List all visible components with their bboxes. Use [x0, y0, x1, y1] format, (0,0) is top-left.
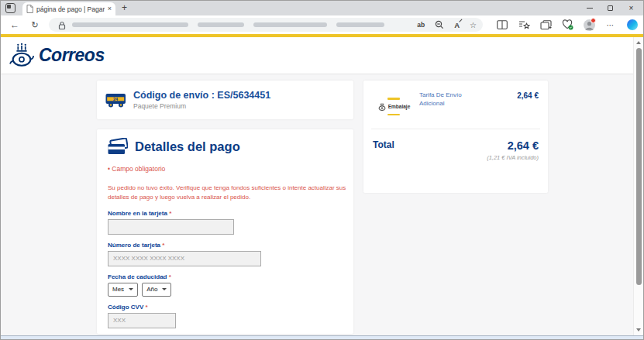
total-label: Total	[373, 139, 394, 150]
expiry-month-select[interactable]: Mes	[108, 283, 138, 297]
tab-actions-icon[interactable]	[5, 3, 15, 13]
close-button[interactable]: ×	[621, 1, 642, 15]
scrollbar-thumb[interactable]	[636, 48, 642, 285]
chevron-down-icon	[129, 288, 133, 290]
minimize-button[interactable]	[579, 1, 600, 15]
window-controls: ×	[579, 1, 642, 15]
url-redacted-segment	[253, 22, 327, 27]
maximize-button[interactable]	[600, 1, 621, 15]
vat-note: (1,21 € IVA incluido)	[487, 154, 539, 161]
payment-section-title: Detalles del pago	[135, 139, 240, 154]
required-bullet: •	[108, 165, 110, 173]
more-menu-icon[interactable]: ⋯	[604, 19, 617, 31]
url-redacted-segment	[72, 22, 188, 27]
split-screen-icon[interactable]	[496, 19, 508, 31]
browser-tab[interactable]: página de pago | Pagar con Tarje ×	[22, 2, 115, 15]
refresh-button[interactable]: ↻	[27, 15, 43, 34]
browser-window: página de pago | Pagar con Tarje × + × ←…	[0, 0, 644, 340]
item-thumbnail: Embalaje	[373, 95, 415, 118]
total-value: 2,64 €	[487, 139, 539, 152]
required-asterisk: *	[162, 242, 164, 249]
scroll-down-arrow[interactable]	[634, 325, 643, 335]
payment-details-card: Detalles del pago • Campo obligatorio Su…	[97, 129, 353, 334]
cvv-label: Código CVV *	[108, 304, 343, 311]
required-asterisk: *	[169, 210, 171, 217]
required-field-note: • Campo obligatorio	[108, 165, 343, 173]
tab-close-icon[interactable]: ×	[108, 5, 112, 12]
page-content: Correos 24 Código de envío : ES/5634451 …	[1, 37, 643, 335]
favorites-icon[interactable]	[518, 19, 530, 31]
favorite-star-icon[interactable]: ☆	[470, 21, 477, 29]
card-name-input[interactable]	[108, 219, 234, 235]
card-number-label: Número de tarjeta *	[108, 242, 343, 249]
zoom-out-icon[interactable]	[435, 20, 444, 29]
new-tab-button[interactable]: +	[122, 2, 127, 13]
delivery-truck-icon: 24	[105, 91, 126, 108]
site-header: Correos	[1, 37, 643, 74]
brand-logo[interactable]: Correos	[39, 45, 105, 66]
packaging-accent-dash	[387, 98, 400, 100]
card-name-label: Nombre en la tarjeta *	[108, 210, 343, 217]
translate-icon[interactable]: ab	[417, 21, 425, 29]
address-bar[interactable]: ab A ☆	[49, 18, 483, 32]
url-redacted-segment	[198, 22, 244, 27]
item-image-label: Embalaje	[388, 104, 411, 109]
window-bottom-edge	[1, 335, 643, 339]
chevron-down-icon	[162, 288, 167, 290]
browser-toolbar: ← ↻ ab A ☆ ⋯	[1, 15, 643, 34]
expiry-year-select[interactable]: Año	[142, 283, 171, 297]
summary-total-row: Total 2,64 € (1,21 € IVA incluido)	[363, 129, 548, 161]
back-button[interactable]: ←	[7, 15, 22, 34]
correos-emblem-icon	[9, 43, 35, 69]
required-asterisk: *	[145, 304, 147, 311]
page-favicon-icon	[26, 5, 33, 13]
card-number-input[interactable]	[108, 251, 261, 266]
item-price: 2,64 €	[517, 91, 539, 100]
shipping-code-title: Código de envío : ES/5634451	[133, 90, 270, 101]
item-name: Tarifa De Envío Adicional	[419, 91, 475, 108]
page-scrollbar[interactable]	[633, 37, 643, 335]
order-summary-card: Embalaje Tarifa De Envío Adicional 2,64 …	[363, 81, 548, 193]
copilot-icon[interactable]	[626, 19, 639, 31]
maximize-icon	[608, 5, 613, 11]
payment-error-message: Su pedido no tuvo éxito. Verifique que t…	[108, 184, 350, 203]
correos-emblem-icon	[377, 102, 387, 112]
browser-essentials-icon[interactable]	[561, 19, 573, 31]
collections-icon[interactable]	[539, 19, 552, 31]
url-redacted-segment	[336, 22, 384, 27]
packaging-accent-dash	[387, 114, 400, 116]
profile-avatar[interactable]	[583, 19, 595, 31]
shipping-code-card: 24 Código de envío : ES/5634451 Paquete …	[97, 81, 353, 119]
tab-title: página de pago | Pagar con Tarje	[36, 5, 105, 13]
address-bar-icons: ab A ☆	[417, 18, 477, 32]
cvv-input[interactable]	[108, 313, 176, 328]
svg-text:24: 24	[113, 97, 119, 101]
shipping-service-name: Paquete Premium	[133, 102, 270, 110]
read-aloud-icon[interactable]: A	[454, 21, 460, 29]
expiry-date-label: Fecha de caducidad *	[108, 273, 343, 280]
minimize-icon	[587, 8, 593, 9]
lock-icon[interactable]	[58, 21, 66, 30]
toolbar-icons: ⋯	[496, 15, 639, 34]
summary-item-row: Embalaje Tarifa De Envío Adicional 2,64 …	[363, 81, 548, 118]
tab-bar: página de pago | Pagar con Tarje × + ×	[1, 1, 643, 15]
required-asterisk: *	[169, 273, 171, 280]
scroll-up-arrow[interactable]	[634, 38, 643, 47]
credit-card-icon	[108, 138, 128, 156]
